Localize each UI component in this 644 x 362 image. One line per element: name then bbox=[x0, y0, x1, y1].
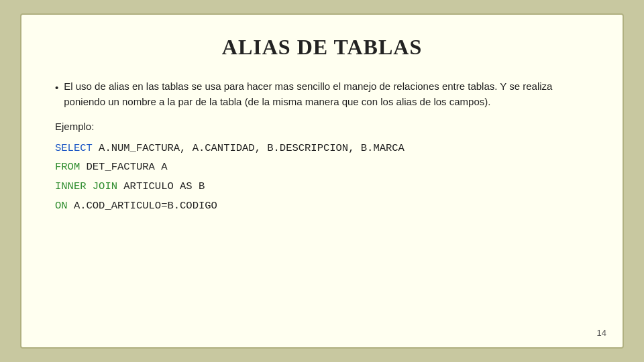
keyword-inner-join: INNER JOIN bbox=[55, 180, 117, 192]
slide-title: ALIAS DE TABLAS bbox=[55, 35, 589, 60]
code-block: SELECT A.NUM_FACTURA, A.CANTIDAD, B.DESC… bbox=[55, 139, 589, 216]
code-line3-rest: ARTICULO AS B bbox=[117, 180, 205, 192]
bullet-text: El uso de alias en las tablas se usa par… bbox=[64, 78, 589, 110]
code-line2-rest: DET_FACTURA A bbox=[80, 161, 167, 173]
bullet-dot: • bbox=[55, 80, 58, 110]
keyword-select: SELECT bbox=[55, 142, 93, 154]
code-line-3: INNER JOIN ARTICULO AS B bbox=[55, 177, 589, 196]
keyword-on: ON bbox=[55, 200, 68, 212]
slide: ALIAS DE TABLAS • El uso de alias en las… bbox=[20, 13, 624, 349]
example-label: Ejemplo: bbox=[55, 121, 589, 132]
bullet-section: • El uso de alias en las tablas se usa p… bbox=[55, 78, 589, 110]
code-line-2: FROM DET_FACTURA A bbox=[55, 158, 589, 177]
bullet-item: • El uso de alias en las tablas se usa p… bbox=[55, 78, 589, 110]
code-line-1: SELECT A.NUM_FACTURA, A.CANTIDAD, B.DESC… bbox=[55, 139, 589, 158]
code-line4-rest: A.COD_ARTICULO=B.CODIGO bbox=[68, 200, 217, 212]
code-line1-rest: A.NUM_FACTURA, A.CANTIDAD, B.DESCRIPCION… bbox=[93, 142, 405, 154]
keyword-from: FROM bbox=[55, 161, 80, 173]
page-number: 14 bbox=[597, 328, 606, 338]
code-line-4: ON A.COD_ARTICULO=B.CODIGO bbox=[55, 196, 589, 216]
